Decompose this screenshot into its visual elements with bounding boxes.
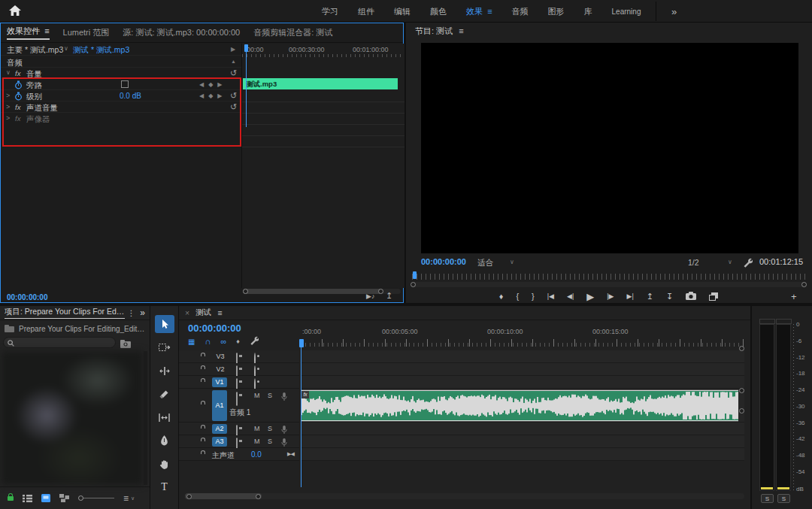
track-badge-a2[interactable]: A2 bbox=[212, 424, 227, 434]
mute-button[interactable]: M bbox=[254, 392, 260, 399]
sort-icon[interactable]: ≡ bbox=[123, 493, 129, 504]
lift-icon[interactable]: ↥ bbox=[647, 292, 653, 301]
panel-menu-icon[interactable]: ≡ bbox=[44, 26, 49, 35]
track-name-a1[interactable]: 音频 1 bbox=[229, 408, 250, 418]
fx-icon[interactable]: fx bbox=[15, 103, 20, 111]
step-forward-icon[interactable]: |▶ bbox=[607, 292, 614, 300]
channel-volume-row[interactable]: > fx 声道音量 ↺ bbox=[1, 102, 241, 113]
track-header-v2[interactable]: V2 bbox=[179, 363, 299, 376]
zoom-slider[interactable] bbox=[78, 495, 114, 502]
timeline-ruler[interactable]: :00:00 00:00:05:00 00:00:10:00 00:00:15:… bbox=[301, 325, 744, 348]
ec-scroll-knob-right[interactable] bbox=[378, 289, 383, 294]
program-scroll-knob-left[interactable] bbox=[411, 282, 416, 287]
stopwatch-icon[interactable] bbox=[14, 80, 23, 91]
program-playhead-marker[interactable] bbox=[413, 271, 417, 279]
ec-timecode[interactable]: 00:00:00:00 bbox=[7, 293, 47, 301]
level-param-row[interactable]: > 级别 0.0 dB ◀◆▶ ↺ bbox=[1, 91, 241, 101]
voiceover-mic-icon[interactable] bbox=[281, 391, 287, 404]
search-input[interactable] bbox=[17, 338, 108, 347]
solo-button[interactable]: S bbox=[268, 425, 272, 432]
timeline-playhead-marker[interactable] bbox=[299, 339, 304, 347]
ec-ruler-ticks[interactable] bbox=[242, 54, 404, 57]
kf-prev-icon[interactable]: ◀ bbox=[199, 81, 208, 88]
nest-insert-icon[interactable]: ▦ bbox=[188, 338, 195, 346]
panel-overflow-icon[interactable]: » bbox=[140, 308, 145, 318]
list-view-icon[interactable] bbox=[23, 492, 32, 505]
meter-solo-right-button[interactable]: S bbox=[777, 494, 790, 503]
zoom-slider-handle[interactable] bbox=[78, 495, 83, 501]
workspace-tab-editing[interactable]: 编辑 bbox=[394, 6, 411, 17]
kf-add-icon[interactable]: ◆ bbox=[208, 92, 217, 99]
track-header-a1[interactable]: A1 M S 音频 1 bbox=[179, 389, 299, 423]
selection-tool[interactable] bbox=[155, 315, 174, 333]
meter-solo-left-button[interactable]: S bbox=[761, 494, 774, 503]
workspace-menu-icon[interactable]: ≡ bbox=[487, 7, 492, 16]
solo-button[interactable]: S bbox=[268, 392, 272, 399]
master-clip-label[interactable]: 主要 * 测试.mp3 bbox=[7, 45, 63, 56]
zoom-slider-track[interactable] bbox=[78, 498, 114, 499]
collapse-bowtie-icon[interactable]: ▶◀ bbox=[287, 451, 294, 457]
ec-playhead-line[interactable] bbox=[246, 52, 247, 127]
keyframe-nav[interactable]: ◀◆▶ bbox=[199, 81, 226, 88]
project-writable-lock-icon[interactable] bbox=[8, 496, 14, 501]
hand-tool[interactable] bbox=[155, 455, 174, 473]
solo-button[interactable]: S bbox=[268, 438, 272, 445]
pen-tool[interactable] bbox=[155, 432, 174, 450]
zoom-level-dropdown[interactable]: 适合 bbox=[477, 258, 493, 268]
bypass-param-row[interactable]: 旁路 ◀◆▶ bbox=[1, 80, 241, 90]
track-badge-a1[interactable]: A1 bbox=[212, 390, 227, 421]
reset-icon[interactable]: ↺ bbox=[230, 91, 237, 101]
slip-tool[interactable] bbox=[155, 408, 174, 426]
track-lane-v3[interactable] bbox=[301, 350, 744, 363]
twirl-closed-icon[interactable]: > bbox=[6, 103, 10, 111]
audio-section-row[interactable]: 音频 ▲ bbox=[1, 57, 241, 68]
ec-hscrollbar-thumb[interactable] bbox=[243, 289, 383, 294]
tab-audio-clip-mixer[interactable]: 音频剪辑混合器: 测试 bbox=[253, 27, 332, 38]
workspace-tab-audio[interactable]: 音频 bbox=[512, 6, 529, 17]
tab-project[interactable]: 项目: Prepare Your Clips For Editing_Edite… bbox=[5, 307, 125, 319]
stopwatch-icon[interactable] bbox=[14, 92, 23, 102]
ec-playhead-marker[interactable] bbox=[244, 44, 248, 52]
tab-effect-controls[interactable]: 效果控件 ≡ bbox=[7, 26, 50, 40]
project-vscrollbar[interactable] bbox=[144, 351, 147, 485]
timeline-playhead-line[interactable] bbox=[301, 347, 301, 487]
tab-sequence[interactable]: 测试 bbox=[195, 308, 211, 318]
track-header-v1[interactable]: V1 bbox=[179, 376, 299, 389]
settings-wrench-icon[interactable] bbox=[743, 257, 753, 271]
kf-add-icon[interactable]: ◆ bbox=[208, 81, 217, 88]
mute-button[interactable]: M bbox=[254, 438, 260, 445]
program-ruler[interactable] bbox=[412, 274, 806, 280]
timeline-scroll-knob-right[interactable] bbox=[256, 494, 261, 499]
reset-icon[interactable]: ↺ bbox=[230, 102, 237, 112]
search-bin-icon[interactable] bbox=[120, 338, 131, 351]
workspace-tab-learn[interactable]: 学习 bbox=[322, 6, 338, 17]
export-frame-camera-icon[interactable] bbox=[686, 292, 696, 301]
chevron-down-icon[interactable]: ∨ bbox=[510, 259, 514, 265]
track-header-a2[interactable]: A2 M S bbox=[179, 423, 299, 435]
keyframe-nav[interactable]: ◀◆▶ bbox=[199, 92, 226, 99]
program-scroll-knob-right[interactable] bbox=[801, 282, 807, 287]
kebab-icon[interactable]: ⋮ bbox=[127, 308, 135, 317]
mark-out-icon[interactable]: } bbox=[532, 292, 535, 301]
ripple-edit-tool[interactable] bbox=[155, 362, 174, 380]
track-header-master[interactable]: 主声道 0.0 ▶◀ bbox=[179, 448, 299, 461]
project-search-box[interactable] bbox=[3, 337, 116, 348]
add-marker-icon[interactable]: ♦ bbox=[499, 292, 504, 301]
button-editor-plus[interactable]: + bbox=[791, 291, 797, 302]
close-tab-icon[interactable]: × bbox=[185, 308, 189, 317]
extract-icon[interactable]: ↧ bbox=[666, 292, 673, 301]
track-lane-master[interactable] bbox=[301, 448, 744, 461]
program-video-frame[interactable] bbox=[421, 43, 798, 253]
workspace-tab-graphics[interactable]: 图形 bbox=[548, 6, 565, 17]
step-back-icon[interactable]: ◀| bbox=[567, 292, 574, 300]
source-patch-icon[interactable] bbox=[236, 392, 238, 406]
master-volume-value[interactable]: 0.0 bbox=[251, 450, 262, 459]
panel-menu-icon[interactable]: ≡ bbox=[217, 308, 222, 317]
play-button-icon[interactable]: ▶ bbox=[586, 291, 594, 302]
icon-view-icon[interactable] bbox=[41, 492, 50, 505]
mark-in-icon[interactable]: { bbox=[516, 292, 519, 301]
track-height-knob[interactable] bbox=[739, 408, 744, 414]
track-select-forward-tool[interactable] bbox=[155, 338, 174, 356]
sort-control[interactable]: ≡ ∨ bbox=[123, 493, 135, 504]
tab-source-monitor[interactable]: 源: 测试: 测试.mp3: 00:00:00:00 bbox=[123, 27, 240, 38]
